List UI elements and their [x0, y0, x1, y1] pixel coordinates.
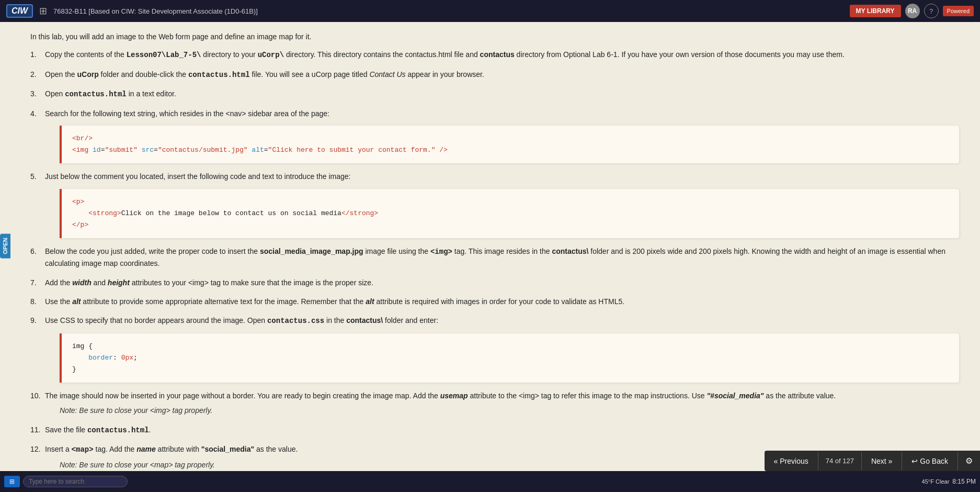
taskbar-time: 8:15 PM: [952, 478, 976, 485]
settings-icon[interactable]: ⚙: [958, 451, 980, 471]
step10-usemap: usemap: [440, 392, 468, 400]
step2-ucorp: uCorp: [77, 70, 99, 79]
step-6: Below the code you just added, write the…: [30, 245, 959, 270]
step-11: Save the file contactus.html.: [30, 424, 959, 436]
lab-intro: In this lab, you will add an image to th…: [30, 31, 959, 42]
step2-file: contactus.html: [188, 71, 250, 79]
step10-value: "#social_media": [706, 392, 764, 400]
step-2: Open the uCorp folder and double-click t…: [30, 69, 959, 81]
step8-alt2: alt: [366, 297, 374, 306]
step-5: Just below the comment you located, inse…: [30, 171, 959, 238]
taskbar-temp: 45°F Clear: [922, 478, 950, 485]
step6-filename: social_media_image_map.jpg: [260, 247, 363, 255]
step-4: Search for the following text string, wh…: [30, 108, 959, 164]
content-area: 🖥 Lab 7-5: Defining a client-side image …: [9, 0, 980, 492]
step9-folder: contactus\: [346, 316, 383, 325]
taskbar: ⊞ 45°F Clear 8:15 PM: [0, 471, 980, 492]
help-button[interactable]: ?: [924, 4, 939, 18]
step8-alt1: alt: [72, 297, 81, 306]
code-block-3: img { border: 0px; }: [60, 333, 959, 383]
step11-file: contactus.html: [87, 426, 149, 434]
step-3: Open contactus.html in a text editor.: [30, 88, 959, 100]
step7-width: width: [72, 278, 92, 287]
step6-folder: contactus\: [552, 247, 588, 255]
start-button[interactable]: ⊞: [4, 476, 20, 487]
open-side-tab[interactable]: OPEN: [0, 233, 10, 258]
step1-path1: Lesson07\Lab_7-5\: [127, 51, 201, 59]
go-back-button[interactable]: ↩ Go Back: [902, 452, 958, 471]
step7-height: height: [108, 278, 130, 287]
step1-contactus: contactus: [480, 50, 515, 59]
page-info: 74 of 127: [818, 452, 862, 470]
ciw-logo: CIW: [6, 4, 33, 18]
step12-map: <map>: [72, 445, 94, 454]
steps-list: Copy the contents of the Lesson07\Lab_7-…: [30, 49, 959, 490]
step-8: Use the alt attribute to provide some ap…: [30, 296, 959, 307]
grid-icon[interactable]: ⊞: [39, 5, 47, 17]
taskbar-search-input[interactable]: [23, 476, 128, 487]
step2-page-title: Contact Us: [369, 70, 405, 79]
powered-label: Powered: [943, 6, 974, 16]
next-button[interactable]: Next »: [862, 452, 902, 471]
step12-value: "social_media": [201, 445, 254, 453]
nav-right: MY LIBRARY RA ? Powered: [850, 4, 974, 18]
my-library-button[interactable]: MY LIBRARY: [850, 5, 901, 17]
course-title: 76832-B11 [Based on CIW: Site Developmen…: [53, 7, 843, 15]
step1-path2: uCorp\: [258, 51, 284, 59]
avatar-button[interactable]: RA: [905, 4, 920, 18]
top-nav: CIW ⊞ 76832-B11 [Based on CIW: Site Deve…: [0, 0, 980, 22]
step-1: Copy the contents of the Lesson07\Lab_7-…: [30, 49, 959, 61]
step-10: The image should now be inserted in your…: [30, 390, 959, 417]
code-block-1: <br/> <img id="submit" src="contactus/su…: [60, 126, 959, 163]
bottom-nav: « Previous 74 of 127 Next » ↩ Go Back ⚙: [765, 451, 980, 471]
step9-css: contactus.css: [267, 317, 324, 325]
step12-name: name: [136, 445, 156, 453]
code-block-2: <p> <strong>Click on the image below to …: [60, 189, 959, 238]
step-7: Add the width and height attributes to y…: [30, 277, 959, 288]
previous-button[interactable]: « Previous: [765, 452, 818, 471]
step6-img-tag: <img>: [430, 248, 452, 256]
note-1: Note: Be sure to close your <img> tag pr…: [60, 405, 959, 416]
step-9: Use CSS to specify that no border appear…: [30, 315, 959, 383]
step3-file: contactus.html: [65, 90, 127, 98]
